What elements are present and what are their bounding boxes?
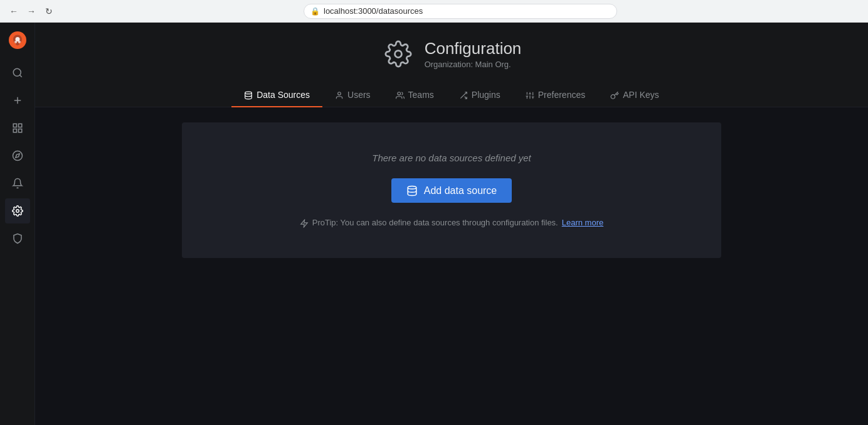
empty-state-message: There are no data sources defined yet <box>372 153 531 163</box>
configuration-icon <box>382 38 415 70</box>
main-content: Configuration Organization: Main Org. Da… <box>35 23 868 425</box>
sidebar-item-new[interactable] <box>5 88 30 113</box>
sidebar-item-configuration[interactable] <box>5 198 30 223</box>
sliders-icon <box>526 90 534 100</box>
protip-message: ProTip: You can also define data sources… <box>312 218 558 227</box>
add-datasource-button[interactable]: Add data source <box>391 178 512 203</box>
tab-datasources-label: Data Sources <box>257 90 310 100</box>
sidebar-item-shield[interactable] <box>5 226 30 251</box>
svg-line-5 <box>19 75 21 77</box>
forward-button[interactable]: → <box>25 5 38 18</box>
tab-bar: Data Sources Users <box>231 83 672 107</box>
tab-plugins[interactable]: Plugins <box>447 83 513 107</box>
page-subtitle: Organization: Main Org. <box>425 60 522 69</box>
tab-datasources[interactable]: Data Sources <box>231 83 322 107</box>
tab-preferences[interactable]: Preferences <box>513 83 598 107</box>
browser-chrome: ← → ↻ 🔒 localhost:3000/datasources <box>0 0 868 23</box>
learn-more-link[interactable]: Learn more <box>562 218 603 227</box>
svg-point-18 <box>397 92 400 95</box>
lightning-icon <box>300 218 309 228</box>
lock-icon: 🔒 <box>310 7 320 16</box>
svg-marker-13 <box>15 154 19 158</box>
svg-point-15 <box>394 51 401 58</box>
svg-rect-10 <box>13 129 16 132</box>
address-bar[interactable]: 🔒 localhost:3000/datasources <box>304 4 617 19</box>
add-datasource-label: Add data source <box>424 185 497 196</box>
team-icon <box>396 90 405 100</box>
key-icon <box>610 90 619 100</box>
svg-point-4 <box>13 68 21 76</box>
database-icon <box>244 90 253 100</box>
tab-apikeys-label: API Keys <box>623 90 659 100</box>
tab-preferences-label: Preferences <box>538 90 585 100</box>
protip-text: ProTip: You can also define data sources… <box>300 218 603 228</box>
url-text: localhost:3000/datasources <box>324 6 423 16</box>
tab-plugins-label: Plugins <box>472 90 500 100</box>
reload-button[interactable]: ↻ <box>43 5 55 18</box>
svg-point-3 <box>18 41 20 43</box>
grafana-logo[interactable] <box>5 28 30 53</box>
svg-point-2 <box>14 41 17 43</box>
tab-teams-label: Teams <box>408 90 434 100</box>
empty-state-card: There are no data sources defined yet Ad… <box>182 122 721 257</box>
svg-point-14 <box>16 210 19 213</box>
svg-rect-8 <box>13 124 16 127</box>
svg-point-12 <box>13 151 22 161</box>
plugin-icon <box>459 90 468 100</box>
svg-marker-31 <box>301 220 308 227</box>
content-area: There are no data sources defined yet Ad… <box>35 107 868 272</box>
svg-point-30 <box>408 186 416 190</box>
tab-users-label: Users <box>347 90 371 100</box>
page-header-top: Configuration Organization: Main Org. <box>382 38 522 70</box>
svg-rect-11 <box>18 129 21 132</box>
app-layout: Configuration Organization: Main Org. Da… <box>0 23 868 425</box>
sidebar-item-explore[interactable] <box>5 143 30 168</box>
page-header: Configuration Organization: Main Org. Da… <box>35 23 868 107</box>
sidebar-item-search[interactable] <box>5 60 30 85</box>
back-button[interactable]: ← <box>8 5 20 18</box>
sidebar-item-alerting[interactable] <box>5 171 30 196</box>
svg-rect-9 <box>18 124 21 127</box>
sidebar-item-dashboards[interactable] <box>5 116 30 141</box>
add-datasource-icon <box>406 185 418 196</box>
tab-users[interactable]: Users <box>322 83 383 107</box>
svg-point-17 <box>338 92 341 95</box>
page-header-text: Configuration Organization: Main Org. <box>425 39 522 69</box>
page-title: Configuration <box>425 39 522 58</box>
tab-apikeys[interactable]: API Keys <box>598 83 672 107</box>
svg-point-16 <box>245 92 252 94</box>
sidebar <box>0 23 35 425</box>
tab-teams[interactable]: Teams <box>383 83 447 107</box>
user-icon <box>335 90 344 100</box>
